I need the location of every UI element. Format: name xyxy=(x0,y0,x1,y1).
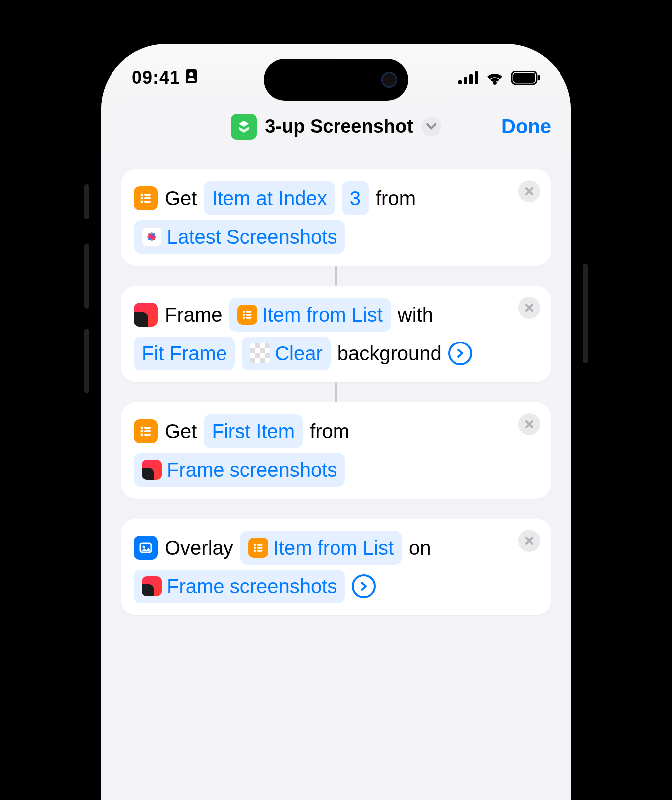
frame-app-icon xyxy=(134,303,158,327)
svg-point-39 xyxy=(254,547,256,549)
word-from: from xyxy=(376,182,416,214)
side-button xyxy=(84,184,89,219)
variable-token[interactable]: Frame screenshots xyxy=(134,453,345,487)
svg-rect-34 xyxy=(144,434,151,436)
list-item-icon xyxy=(237,305,257,325)
word-on: on xyxy=(409,532,431,564)
list-action-icon xyxy=(134,419,158,443)
frame-app-icon xyxy=(142,576,162,596)
svg-rect-30 xyxy=(144,427,151,429)
contact-card-icon xyxy=(185,67,197,88)
svg-point-23 xyxy=(243,311,245,313)
svg-rect-8 xyxy=(538,75,540,80)
svg-rect-26 xyxy=(246,314,251,315)
svg-rect-4 xyxy=(469,74,473,84)
header: 3-up Screenshot Done xyxy=(101,100,571,154)
action-card[interactable]: Frame Item from List with Fit Frame Clea… xyxy=(121,286,551,382)
svg-point-11 xyxy=(141,197,143,200)
dynamic-island xyxy=(264,59,408,101)
remove-action-button[interactable] xyxy=(518,297,540,319)
svg-point-29 xyxy=(141,427,143,429)
side-button xyxy=(84,244,89,309)
remove-action-button[interactable] xyxy=(518,180,540,202)
svg-rect-5 xyxy=(475,71,478,84)
photos-icon xyxy=(142,227,162,247)
variable-token[interactable]: Frame screenshots xyxy=(134,570,345,603)
action-verb: Get xyxy=(165,415,197,447)
transparent-swatch-icon xyxy=(250,343,270,363)
svg-point-27 xyxy=(243,317,245,319)
variable-token[interactable]: Item from List xyxy=(229,298,391,332)
svg-point-9 xyxy=(141,194,143,196)
wifi-icon xyxy=(485,71,504,85)
side-button xyxy=(583,264,588,363)
svg-rect-24 xyxy=(246,311,251,312)
header-title-group[interactable]: 3-up Screenshot xyxy=(231,114,441,140)
svg-rect-12 xyxy=(144,197,151,199)
svg-point-36 xyxy=(143,546,145,548)
actions-list: Get Item at Index 3 from xyxy=(101,154,571,630)
list-item-icon xyxy=(248,538,268,558)
svg-point-25 xyxy=(243,314,245,316)
cellular-icon xyxy=(458,71,478,84)
connector xyxy=(335,382,337,402)
phone-frame: 09:41 xyxy=(87,30,585,800)
side-button xyxy=(84,329,89,393)
variable-token[interactable]: Latest Screenshots xyxy=(134,220,345,254)
svg-point-1 xyxy=(189,72,193,76)
svg-rect-3 xyxy=(464,77,467,84)
status-time: 09:41 xyxy=(132,67,180,88)
svg-rect-42 xyxy=(257,550,262,551)
action-verb: Get xyxy=(165,182,197,214)
action-verb: Overlay xyxy=(165,532,233,564)
svg-rect-7 xyxy=(513,73,535,83)
mode-token[interactable]: First Item xyxy=(204,414,303,448)
svg-rect-14 xyxy=(144,201,151,203)
word-with: with xyxy=(398,299,433,331)
svg-rect-32 xyxy=(144,430,151,432)
svg-point-37 xyxy=(254,544,256,546)
action-card[interactable]: Overlay Item from List on Frame screensh… xyxy=(121,519,551,615)
remove-action-button[interactable] xyxy=(518,413,540,435)
index-token[interactable]: 3 xyxy=(342,181,369,215)
svg-point-13 xyxy=(141,201,143,203)
svg-rect-38 xyxy=(257,544,262,545)
color-token[interactable]: Clear xyxy=(242,337,331,370)
frame-app-icon xyxy=(142,460,162,480)
disclosure-button[interactable] xyxy=(448,342,472,365)
fit-token[interactable]: Fit Frame xyxy=(134,337,235,370)
connector xyxy=(335,266,337,286)
action-card[interactable]: Get Item at Index 3 from xyxy=(121,169,551,266)
remove-action-button[interactable] xyxy=(518,530,540,552)
shortcut-title: 3-up Screenshot xyxy=(265,116,413,137)
word-from: from xyxy=(310,415,349,447)
word-background: background xyxy=(337,338,442,369)
battery-icon xyxy=(511,71,540,85)
svg-rect-2 xyxy=(458,80,462,84)
action-verb: Frame xyxy=(165,299,223,331)
done-button[interactable]: Done xyxy=(501,115,551,138)
svg-rect-40 xyxy=(257,547,262,548)
svg-point-33 xyxy=(141,434,143,436)
image-action-icon xyxy=(134,536,158,560)
list-action-icon xyxy=(134,186,158,210)
svg-rect-10 xyxy=(144,194,151,196)
shortcut-icon xyxy=(231,114,257,140)
mode-token[interactable]: Item at Index xyxy=(204,181,335,215)
action-card[interactable]: Get First Item from Frame screenshots xyxy=(121,402,551,499)
screen: 09:41 xyxy=(101,44,571,800)
svg-point-31 xyxy=(141,430,143,433)
variable-token[interactable]: Item from List xyxy=(240,531,402,565)
svg-rect-28 xyxy=(246,317,251,318)
chevron-down-icon[interactable] xyxy=(421,117,441,137)
camera-dot xyxy=(381,72,397,88)
disclosure-button[interactable] xyxy=(352,574,376,598)
svg-point-41 xyxy=(254,550,256,552)
